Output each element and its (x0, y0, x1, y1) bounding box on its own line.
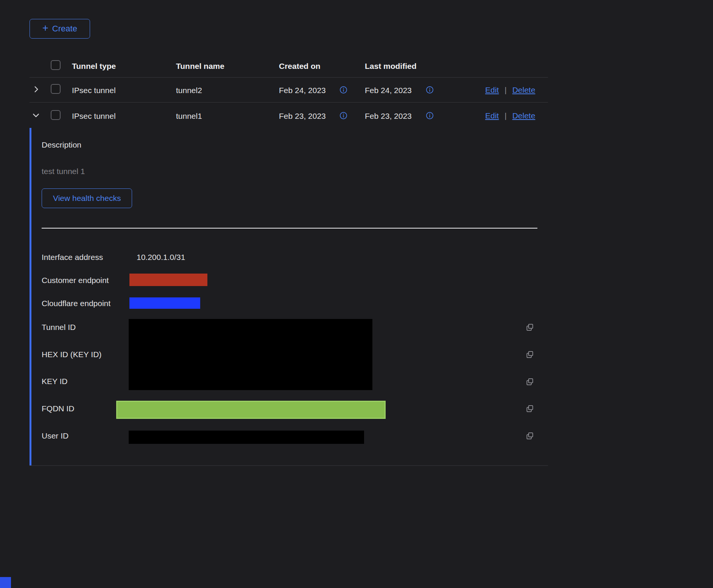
row-created-on: Feb 24, 2023 (279, 86, 326, 95)
row-tunnel-type: IPsec tunnel (72, 86, 116, 95)
col-header-tunnel-name: Tunnel name (176, 61, 224, 71)
row-checkbox[interactable] (51, 84, 61, 94)
row-divider (30, 102, 548, 103)
tunnel-id-redaction (129, 319, 372, 390)
create-button-label: Create (52, 24, 77, 34)
last-modified-info-icon[interactable] (426, 86, 434, 95)
edit-link[interactable]: Edit (485, 86, 499, 95)
delete-link[interactable]: Delete (512, 86, 536, 95)
cloudflare-endpoint-redaction (129, 297, 200, 309)
last-modified-info-icon[interactable] (426, 112, 434, 121)
row-last-modified: Feb 24, 2023 (365, 86, 412, 95)
col-header-created-on: Created on (279, 61, 321, 71)
user-id-label: User ID (42, 431, 68, 441)
tunnel-id-copy-icon[interactable] (525, 323, 534, 333)
row-expand-chevron-right-icon[interactable] (33, 86, 40, 94)
create-button[interactable]: + Create (30, 19, 90, 39)
description-label: Description (42, 140, 81, 150)
row-tunnel-type: IPsec tunnel (72, 111, 116, 121)
user-id-redaction (129, 431, 364, 444)
delete-link[interactable]: Delete (512, 111, 536, 120)
tunnel-id-label: Tunnel ID (42, 322, 76, 332)
fqdn-id-label: FQDN ID (42, 404, 74, 414)
customer-endpoint-label: Customer endpoint (42, 275, 109, 285)
expanded-row-accent-bar (30, 128, 31, 466)
created-on-info-icon[interactable] (339, 112, 347, 121)
view-health-checks-label: View health checks (53, 194, 121, 203)
tunnels-page: + Create Tunnel type Tunnel name Created… (0, 0, 713, 588)
row-last-modified: Feb 23, 2023 (365, 111, 412, 121)
interface-address-label: Interface address (42, 252, 103, 262)
fqdn-id-copy-icon[interactable] (525, 404, 534, 415)
interface-address-value: 10.200.1.0/31 (137, 252, 185, 262)
view-health-checks-button[interactable]: View health checks (42, 188, 132, 208)
row-actions: Edit | Delete (485, 111, 535, 120)
row-tunnel-name: tunnel1 (176, 111, 202, 121)
actions-separator: | (504, 86, 506, 95)
detail-divider (42, 228, 537, 229)
row-tunnel-name: tunnel2 (176, 86, 202, 95)
panel-bottom-divider (30, 465, 548, 466)
row-created-on: Feb 23, 2023 (279, 111, 326, 121)
key-id-label: KEY ID (42, 376, 67, 386)
plus-icon: + (42, 23, 48, 33)
row-checkbox[interactable] (51, 110, 61, 120)
cloudflare-endpoint-label: Cloudflare endpoint (42, 299, 111, 308)
created-on-info-icon[interactable] (339, 86, 347, 95)
key-id-copy-icon[interactable] (525, 377, 534, 388)
row-actions: Edit | Delete (485, 86, 535, 95)
edit-link[interactable]: Edit (485, 111, 499, 120)
customer-endpoint-redaction (129, 274, 207, 286)
col-header-tunnel-type: Tunnel type (72, 61, 116, 71)
col-header-last-modified: Last modified (365, 61, 417, 71)
user-id-copy-icon[interactable] (525, 431, 534, 442)
row-collapse-chevron-down-icon[interactable] (33, 112, 39, 120)
header-divider (30, 77, 548, 78)
hex-id-label: HEX ID (KEY ID) (42, 350, 101, 359)
fqdn-id-redaction (116, 401, 386, 419)
hex-id-copy-icon[interactable] (525, 350, 534, 361)
description-value: test tunnel 1 (42, 166, 85, 176)
actions-separator: | (504, 111, 506, 120)
bottom-left-blue-artifact (0, 577, 11, 588)
select-all-checkbox[interactable] (51, 60, 61, 70)
